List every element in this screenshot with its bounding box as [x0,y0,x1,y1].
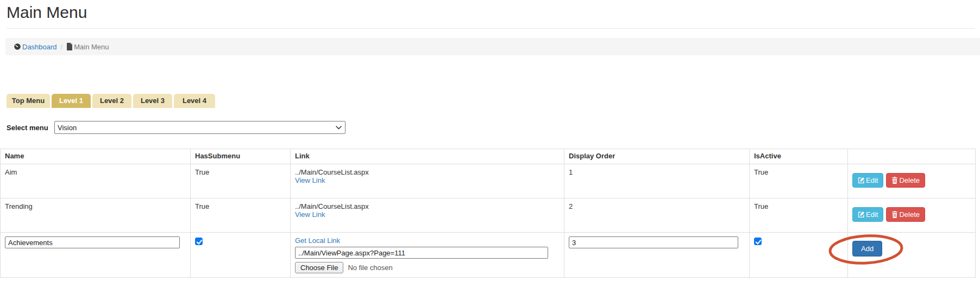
header-has-submenu: HasSubmenu [191,149,291,164]
breadcrumb-dashboard-label: Dashboard [22,43,57,51]
cell-add-action: Add [848,233,976,278]
breadcrumb-dashboard-link[interactable]: Dashboard [14,43,57,51]
cell-is-active: True [750,164,848,198]
has-submenu-checkbox[interactable] [195,238,203,245]
edit-button[interactable]: Edit [852,173,883,188]
delete-button-label: Delete [899,176,920,184]
add-button-wrapper: Add [852,241,882,257]
menu-select-value: Vision [58,124,77,132]
no-file-chosen-text: No file chosen [348,264,392,272]
cell-display-order-input [564,233,750,278]
table-header-row: Name HasSubmenu Link Display Order IsAct… [1,149,976,164]
link-url-text: ../Main/CourseList.aspx [295,168,560,176]
pencil-square-icon [858,211,865,218]
header-name: Name [1,149,191,164]
header-actions [848,149,976,164]
cell-name: Trending [1,198,191,233]
select-menu-row: Select menu Vision [7,121,980,134]
view-link[interactable]: View Link [295,210,325,219]
cell-is-active: True [750,198,848,233]
file-upload-control: Choose File No file chosen [295,262,560,273]
trash-icon [891,211,898,218]
select-menu-label: Select menu [7,124,54,132]
tab-level-2[interactable]: Level 2 [92,94,131,108]
view-link[interactable]: View Link [295,176,325,184]
table-row: Trending True ../Main/CourseList.aspx Vi… [1,198,976,233]
cell-has-submenu-checkbox [191,233,291,278]
cell-is-active-checkbox [750,233,848,278]
add-button[interactable]: Add [852,241,882,257]
link-input[interactable] [295,247,548,259]
header-link: Link [291,149,564,164]
tab-level-3[interactable]: Level 3 [133,94,172,108]
pencil-square-icon [858,177,865,184]
cell-link-input: Get Local Link Choose File No file chose… [291,233,564,278]
trash-icon [891,177,898,184]
delete-button[interactable]: Delete [886,173,925,188]
is-active-checkbox[interactable] [754,238,762,245]
cell-display-order: 2 [564,198,750,233]
speedometer-icon [14,43,21,50]
page-title: Main Menu [7,3,975,29]
cell-name-input [1,233,191,278]
breadcrumb-current-label: Main Menu [74,43,109,51]
delete-button-label: Delete [899,210,920,219]
delete-button[interactable]: Delete [886,207,925,222]
cell-name: Aim [1,164,191,198]
chevron-down-icon [336,126,342,130]
name-input[interactable] [5,236,180,248]
file-icon [66,43,73,50]
tab-level-4[interactable]: Level 4 [174,94,215,108]
breadcrumb: Dashboard / Main Menu [5,38,980,55]
breadcrumb-separator: / [61,43,63,51]
get-local-link[interactable]: Get Local Link [295,236,340,245]
header-is-active: IsActive [750,149,848,164]
tab-level-1[interactable]: Level 1 [52,94,91,108]
link-url-text: ../Main/CourseList.aspx [295,202,560,210]
choose-file-button[interactable]: Choose File [295,262,343,273]
level-tabs: Top Menu Level 1 Level 2 Level 3 Level 4 [7,94,980,108]
cell-has-submenu: True [191,198,291,233]
breadcrumb-current: Main Menu [66,43,109,51]
cell-has-submenu: True [191,164,291,198]
display-order-input[interactable] [569,236,738,248]
cell-actions: Edit Delete [848,164,976,198]
table-row: Aim True ../Main/CourseList.aspx View Li… [1,164,976,198]
edit-button[interactable]: Edit [852,207,883,222]
tab-top-menu[interactable]: Top Menu [7,94,50,108]
edit-button-label: Edit [866,176,878,184]
main-menu-table: Name HasSubmenu Link Display Order IsAct… [0,149,976,278]
header-display-order: Display Order [564,149,750,164]
cell-link: ../Main/CourseList.aspx View Link [291,164,564,198]
add-row: Get Local Link Choose File No file chose… [1,233,976,278]
edit-button-label: Edit [866,210,878,219]
cell-actions: Edit Delete [848,198,976,233]
cell-link: ../Main/CourseList.aspx View Link [291,198,564,233]
cell-display-order: 1 [564,164,750,198]
menu-select-dropdown[interactable]: Vision [54,121,345,134]
